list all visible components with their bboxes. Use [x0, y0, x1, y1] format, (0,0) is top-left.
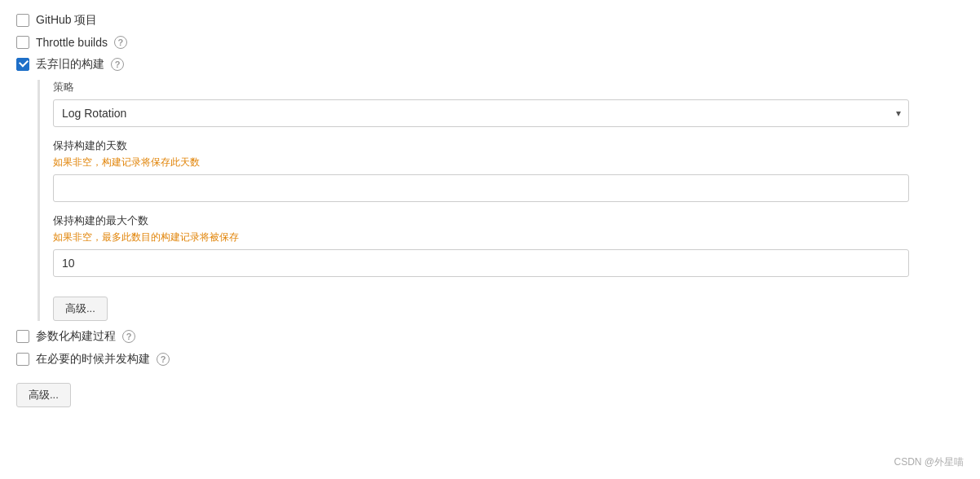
- strategy-select-wrapper: Log Rotation Build Discard ▾: [53, 99, 909, 127]
- max-builds-field-group: 保持构建的最大个数 如果非空，最多此数目的构建记录将被保存: [53, 213, 964, 277]
- throttle-builds-help-icon[interactable]: ?: [114, 36, 127, 49]
- days-field-input[interactable]: [53, 174, 909, 202]
- github-project-label: GitHub 项目: [36, 13, 97, 28]
- github-project-row: GitHub 项目: [16, 13, 964, 28]
- discard-builds-checkbox[interactable]: [16, 58, 29, 71]
- max-builds-field-hint: 如果非空，最多此数目的构建记录将被保存: [53, 231, 964, 244]
- github-project-checkbox[interactable]: [16, 14, 29, 27]
- strategy-label: 策略: [53, 80, 964, 94]
- days-field-title: 保持构建的天数: [53, 138, 964, 153]
- discard-builds-help-icon[interactable]: ?: [111, 58, 124, 71]
- strategy-select[interactable]: Log Rotation Build Discard: [53, 99, 909, 127]
- parameterize-row: 参数化构建过程 ?: [16, 329, 964, 344]
- parameterize-label: 参数化构建过程: [36, 329, 116, 344]
- max-builds-field-input[interactable]: [53, 249, 909, 277]
- discard-builds-section: 策略 Log Rotation Build Discard ▾ 保持构建的天数 …: [38, 80, 964, 321]
- concurrent-builds-help-icon[interactable]: ?: [157, 353, 170, 366]
- discard-builds-label: 丢弃旧的构建: [36, 57, 104, 72]
- parameterize-help-icon[interactable]: ?: [122, 330, 135, 343]
- throttle-builds-label: Throttle builds: [36, 36, 108, 49]
- discard-builds-row: 丢弃旧的构建 ?: [16, 57, 964, 72]
- throttle-builds-row: Throttle builds ?: [16, 36, 964, 49]
- watermark: CSDN @外星喵: [894, 455, 964, 469]
- days-field-group: 保持构建的天数 如果非空，构建记录将保存此天数: [53, 138, 964, 202]
- inner-advanced-button[interactable]: 高级...: [53, 297, 108, 321]
- parameterize-checkbox[interactable]: [16, 330, 29, 343]
- concurrent-builds-label: 在必要的时候并发构建: [36, 352, 150, 367]
- days-field-hint: 如果非空，构建记录将保存此天数: [53, 156, 964, 169]
- concurrent-builds-checkbox[interactable]: [16, 353, 29, 366]
- concurrent-builds-row: 在必要的时候并发构建 ?: [16, 352, 964, 367]
- max-builds-field-title: 保持构建的最大个数: [53, 213, 964, 228]
- outer-advanced-button[interactable]: 高级...: [16, 383, 71, 407]
- throttle-builds-checkbox[interactable]: [16, 36, 29, 49]
